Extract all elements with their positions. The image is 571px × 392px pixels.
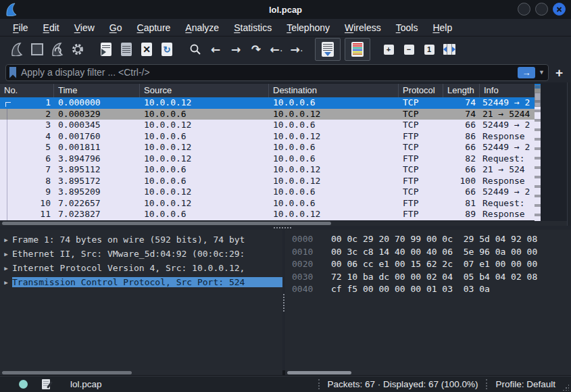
display-filter-bar: Apply a display filter ... <Ctrl-/> → ▼ … [0,62,571,82]
apply-filter-button[interactable]: → [518,67,535,78]
hex-row[interactable]: 0020 00 06 cc e1 00 15 62 2c 07 e1 00 00… [285,258,571,271]
menu-tools[interactable]: Tools [389,20,426,35]
packet-row[interactable]: 6 3.894796 10.0.0.12 10.0.0.6 FTP 82 Req… [0,153,535,165]
go-to-packet-icon[interactable]: ↷ [246,40,266,59]
packet-row[interactable]: 3 0.000345 10.0.0.12 10.0.0.6 TCP 66 524… [0,120,535,131]
hex-bytes: 00 3c c8 14 40 00 40 06 5e 96 0a 00 00 [323,246,537,259]
column-header-destination[interactable]: Destination [269,84,399,97]
hex-row[interactable]: 0040 cf f5 00 00 00 00 01 03 03 0a [285,283,571,296]
save-file-icon[interactable] [116,40,136,59]
status-file-name: lol.pcap [70,379,102,389]
open-file-icon[interactable] [96,40,116,59]
column-header-source[interactable]: Source [140,84,269,97]
packet-bytes-pane: 0000 00 0c 29 20 70 99 00 0c 29 5d 04 92… [285,230,571,370]
scrollbar-thumb[interactable] [2,222,331,225]
menu-capture[interactable]: Capture [130,20,178,35]
close-button[interactable] [553,3,566,16]
hex-offset: 0000 [285,233,323,246]
expert-info-icon[interactable] [19,380,28,389]
column-header-info[interactable]: Info [480,84,535,97]
menu-go[interactable]: Go [102,20,130,35]
expander-triangle-icon[interactable]: ▶ [0,279,12,286]
hex-offset: 0010 [285,246,323,259]
packet-row[interactable]: 7 3.895112 10.0.0.6 10.0.0.12 TCP 66 21 … [0,164,535,176]
menu-file[interactable]: File [5,20,36,35]
detail-line[interactable]: ▶ Frame 1: 74 bytes on wire (592 bits), … [0,232,282,247]
minimize-button[interactable] [518,3,530,16]
zoom-in-icon[interactable]: + [378,40,399,59]
menu-view[interactable]: View [67,20,102,35]
packet-rows: 1 0.000000 10.0.0.12 10.0.0.6 TCP 74 524… [0,97,535,220]
auto-scroll-icon[interactable] [315,38,341,61]
menu-analyze[interactable]: Analyze [178,20,226,35]
hex-row[interactable]: 0000 00 0c 29 20 70 99 00 0c 29 5d 04 92… [285,233,571,246]
status-packet-counts: Packets: 67 · Displayed: 67 (100.0%) [328,379,478,389]
reload-file-icon[interactable]: ↻ [157,40,177,59]
filter-dropdown-caret-icon[interactable]: ▼ [539,69,545,76]
restart-capture-icon[interactable] [47,40,68,59]
expander-triangle-icon[interactable]: ▶ [0,251,12,258]
main-toolbar: ✕ ↻ ← → ↷ ←· →· + − 1 [0,36,571,62]
stop-capture-icon[interactable] [27,40,47,59]
splitter-handle-icon [274,227,293,228]
zoom-normal-icon[interactable]: 1 [419,40,439,59]
go-back-icon[interactable]: ← [205,40,226,59]
start-capture-icon[interactable] [7,40,27,59]
packet-list-horizontal-scrollbar[interactable] [0,221,571,226]
filter-placeholder-text: Apply a display filter ... <Ctrl-/> [21,67,513,78]
go-last-packet-icon[interactable]: →· [287,40,307,59]
column-header-length[interactable]: Length [443,84,480,97]
menu-help[interactable]: Help [425,20,460,35]
colorize-packets-icon[interactable] [345,38,370,61]
hex-bytes: 72 10 ba dc 00 00 02 04 05 b4 04 02 08 [323,271,537,284]
minimap-thumb[interactable] [535,85,541,107]
hex-offset: 0020 [285,258,323,271]
hex-row[interactable]: 0010 00 3c c8 14 40 00 40 06 5e 96 0a 00… [285,246,571,259]
add-filter-button[interactable]: + [553,66,566,79]
column-header-no[interactable]: No. [0,84,54,97]
display-filter-input[interactable]: Apply a display filter ... <Ctrl-/> → ▼ [5,64,549,81]
scrollbar-thumb[interactable] [287,371,351,374]
detail-line[interactable]: ▶ Ethernet II, Src: VMware_5d:04:92 (00:… [0,247,282,261]
expander-triangle-icon[interactable]: ▶ [0,237,12,243]
title-bar: lol.pcap [0,0,571,19]
go-first-packet-icon[interactable]: ←· [266,40,287,59]
menu-statistics[interactable]: Statistics [226,20,279,35]
packet-row[interactable]: 2 0.000329 10.0.0.6 10.0.0.12 TCP 74 21 … [0,109,535,120]
hex-bytes: 00 06 cc e1 00 15 62 2c 07 e1 00 00 00 [323,258,537,271]
zoom-out-icon[interactable]: − [399,40,419,59]
find-packet-icon[interactable] [185,40,205,59]
packet-row[interactable]: 8 3.895172 10.0.0.6 10.0.0.12 FTP 100 Re… [0,176,535,187]
hex-row[interactable]: 0030 72 10 ba dc 00 00 02 04 05 b4 04 02… [285,271,571,284]
capture-options-icon[interactable] [68,40,88,59]
maximize-button[interactable] [535,3,548,16]
column-header-protocol[interactable]: Protocol [399,84,443,97]
window-resize-grip[interactable] [562,384,569,391]
packet-list-header: No. Time Source Destination Protocol Len… [0,84,535,98]
column-header-time[interactable]: Time [54,84,140,97]
packet-row[interactable]: 11 7.023827 10.0.0.6 10.0.0.12 FTP 89 Re… [0,209,535,220]
menu-telephony[interactable]: Telephony [279,20,337,35]
filter-bookmark-icon[interactable] [9,67,16,78]
packet-row[interactable]: 5 0.001811 10.0.0.12 10.0.0.6 TCP 66 524… [0,142,535,153]
packet-list-pane: No. Time Source Destination Protocol Len… [0,82,571,226]
menu-wireless[interactable]: Wireless [337,20,389,35]
detail-line[interactable]: ▶ Internet Protocol Version 4, Src: 10.0… [0,261,282,275]
expander-triangle-icon[interactable]: ▶ [0,265,12,272]
close-file-icon[interactable]: ✕ [136,40,157,59]
status-separator [486,379,487,389]
packet-row[interactable]: 1 0.000000 10.0.0.12 10.0.0.6 TCP 74 524… [0,97,535,109]
packet-row[interactable]: 10 7.022657 10.0.0.12 10.0.0.6 FTP 81 Re… [0,198,535,210]
detail-line[interactable]: ▶ Transmission Control Protocol, Src Por… [0,275,282,289]
resize-columns-icon[interactable] [439,40,460,59]
scrollbar-thumb[interactable] [2,371,132,374]
details-horizontal-scrollbar[interactable] [0,370,282,375]
packet-list-minimap-scrollbar[interactable] [535,84,541,224]
hex-horizontal-scrollbar[interactable] [285,370,571,375]
capture-comment-icon[interactable] [42,379,50,389]
packet-row[interactable]: 4 0.001760 10.0.0.6 10.0.0.12 FTP 86 Res… [0,131,535,143]
status-profile[interactable]: Profile: Default [495,379,555,389]
go-forward-icon[interactable]: → [226,40,246,59]
menu-edit[interactable]: Edit [36,20,67,35]
packet-row[interactable]: 9 3.895209 10.0.0.12 10.0.0.6 TCP 66 524… [0,187,535,198]
